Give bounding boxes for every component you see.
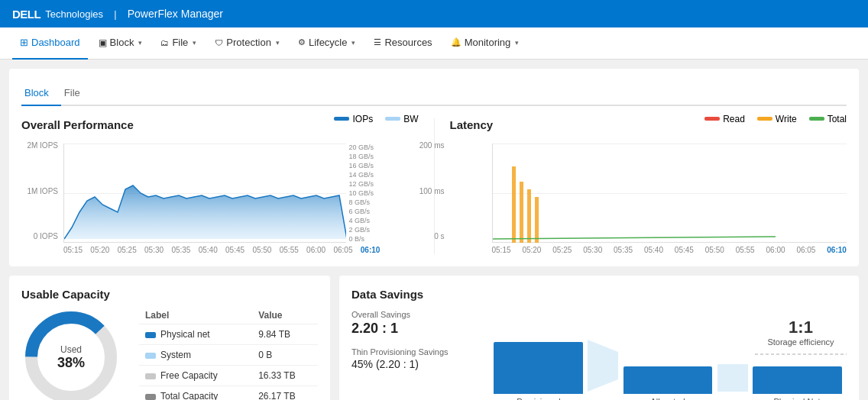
row-val-4: 26.17 TB	[252, 386, 318, 401]
svg-rect-1	[520, 182, 523, 243]
latency-svg	[493, 144, 847, 243]
performance-card: Block File Overall Performance IOPs BW	[9, 69, 859, 266]
spacer2	[717, 397, 747, 400]
savings-content: Overall Savings 2.20 : 1 Thin Provisioni…	[351, 310, 847, 400]
nav-item-lifecycle[interactable]: ⚙ Lifecycle ▾	[290, 27, 364, 60]
resources-icon: ☰	[374, 37, 381, 47]
savings-title: Data Savings	[351, 288, 847, 301]
table-row: Total Capacity 26.17 TB	[139, 386, 318, 401]
connector-svg-1	[588, 340, 618, 392]
legend-read: Read	[704, 114, 745, 124]
allocated-bar-col	[618, 366, 717, 394]
nav-label-resources: Resources	[384, 37, 432, 48]
nav-label-dashboard: Dashboard	[31, 37, 80, 48]
svg-rect-3	[535, 197, 539, 243]
row-val-2: 0 B	[252, 345, 318, 366]
nav-label-monitoring: Monitoring	[465, 37, 511, 48]
nav-item-protection[interactable]: 🛡 Protection ▾	[207, 27, 287, 60]
chevron-down-icon: ▾	[138, 39, 142, 47]
block-icon: ▣	[99, 37, 107, 48]
overall-label: Overall Savings	[351, 310, 474, 319]
cap-data-table: Label Value Physical net 9.84 TB System	[139, 307, 318, 400]
savings-left: Overall Savings 2.20 : 1 Thin Provisioni…	[351, 310, 474, 400]
name-physical: Physical net	[160, 329, 210, 340]
donut-label: Used 38%	[57, 344, 85, 370]
monitoring-icon: 🔔	[451, 37, 462, 47]
latency-x-axis: 05:1505:2005:2505:3005:3505:4005:4505:50…	[492, 246, 847, 254]
nav-label-block: Block	[110, 37, 134, 48]
svg-marker-7	[588, 340, 618, 392]
spacer1	[588, 397, 618, 400]
svg-rect-0	[512, 166, 516, 243]
dot-free	[145, 373, 156, 379]
name-total: Total Capacity	[160, 391, 218, 400]
provisioned-name: Provisioned	[489, 397, 588, 400]
dot-total	[145, 394, 156, 400]
nav-item-monitoring[interactable]: 🔔 Monitoring ▾	[443, 27, 527, 60]
latency-legend: Read Write Total	[704, 114, 847, 124]
total-label: Total	[828, 114, 847, 124]
brand-divider: |	[114, 8, 117, 20]
chevron-down-icon-protection: ▾	[276, 39, 280, 47]
y-axis-left: 2M IOPS 1M IOPS 0 IOPS	[21, 141, 61, 240]
nav-label-protection: Protection	[226, 37, 271, 48]
thin-value: 45% (2.20 : 1)	[351, 358, 474, 370]
bottom-row: Usable Capacity Used 38%	[9, 276, 859, 400]
col-label: Label	[139, 307, 252, 324]
main-content: Block File Overall Performance IOPs BW	[0, 60, 868, 400]
nav-bar: ⊞ Dashboard ▣ Block ▾ 🗂 File ▾ 🛡 Protect…	[0, 27, 868, 60]
donut-chart: Used 38%	[21, 308, 121, 401]
top-header: DELLTechnologies | PowerFlex Manager	[0, 0, 868, 27]
brand-logo: DELLTechnologies | PowerFlex Manager	[12, 8, 223, 21]
nav-item-dashboard[interactable]: ⊞ Dashboard	[12, 27, 88, 60]
physical-bar	[753, 366, 841, 394]
performance-section: Overall Performance IOPs BW	[21, 118, 419, 254]
dashboard-icon: ⊞	[20, 37, 28, 48]
nav-label-file: File	[172, 37, 188, 48]
capacity-table: Label Value Physical net 9.84 TB System	[139, 307, 318, 400]
nav-item-resources[interactable]: ☰ Resources	[366, 27, 439, 60]
performance-title: Overall Performance	[21, 118, 134, 131]
efficiency-label: Storage efficiency	[755, 337, 847, 347]
overall-value: 2.20 : 1	[351, 321, 474, 337]
physical-name: Physical Net	[747, 397, 847, 400]
dot-physical	[145, 332, 156, 338]
connector2	[717, 364, 748, 394]
row-name-4: Total Capacity	[139, 386, 252, 401]
tabs: Block File	[21, 81, 847, 106]
brand-tech: Technologies	[45, 8, 103, 20]
read-dot	[704, 117, 720, 121]
brand-product: PowerFlex Manager	[128, 8, 223, 20]
chevron-down-icon-monitoring: ▾	[515, 39, 519, 47]
bar-label-provisioned: Provisioned 21.66TB	[489, 397, 588, 400]
allocated-bar	[623, 366, 712, 394]
physical-bar-col	[748, 366, 847, 394]
dot-system	[145, 353, 156, 359]
row-val-1: 9.84 TB	[252, 324, 318, 345]
provisioned-bar-col	[489, 342, 588, 394]
row-name-2: System	[139, 345, 252, 366]
savings-chart: 1:1 Storage efficiency	[489, 310, 847, 400]
write-label: Write	[776, 114, 797, 124]
y-axis-right: 20 GB/s 18 GB/s 16 GB/s 14 GB/s 12 GB/s …	[346, 144, 381, 243]
legend-iops: IOPs	[334, 114, 373, 124]
iops-label: IOPs	[352, 114, 373, 124]
efficiency-container: 1:1 Storage efficiency	[755, 318, 847, 362]
charts-row: Overall Performance IOPs BW	[21, 118, 847, 254]
bar-label-physical: Physical Net 9.84TB	[747, 397, 847, 400]
row-name-1: Physical net	[139, 324, 252, 345]
connector1	[588, 340, 618, 394]
nav-item-file[interactable]: 🗂 File ▾	[153, 27, 204, 60]
allocated-name: Allocated	[618, 397, 717, 400]
brand-dell: DELL	[12, 8, 40, 21]
performance-legend: IOPs BW	[334, 114, 418, 124]
row-val-3: 16.33 TB	[252, 366, 318, 386]
name-free: Free Capacity	[160, 370, 218, 381]
name-system: System	[160, 350, 191, 360]
tab-file[interactable]: File	[61, 81, 92, 106]
tab-block[interactable]: Block	[21, 81, 61, 106]
latency-section: Latency Read Write Total	[450, 118, 847, 254]
col-value: Value	[252, 307, 318, 324]
funnel-wrapper: 1:1 Storage efficiency	[489, 318, 847, 400]
nav-item-block[interactable]: ▣ Block ▾	[91, 27, 151, 60]
